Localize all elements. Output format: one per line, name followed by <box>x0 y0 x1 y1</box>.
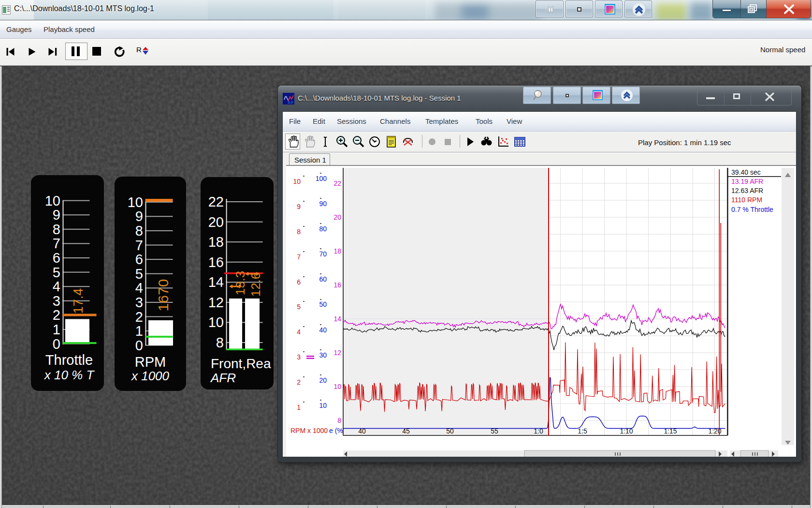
svg-text:14: 14 <box>334 315 341 323</box>
svg-text:9: 9 <box>297 203 301 210</box>
svg-text:3: 3 <box>135 295 143 310</box>
svg-text:90: 90 <box>319 200 327 208</box>
svg-text:x 10 % T: x 10 % T <box>44 368 95 382</box>
svg-text:1670: 1670 <box>155 279 171 312</box>
svg-text:10: 10 <box>128 194 143 210</box>
svg-text:60: 60 <box>319 275 327 283</box>
svg-text:1110 RPM: 1110 RPM <box>731 196 762 204</box>
svg-text:100: 100 <box>316 175 327 182</box>
svg-text:9: 9 <box>53 207 60 223</box>
svg-text:3: 3 <box>297 353 301 361</box>
svg-text:10: 10 <box>208 314 224 330</box>
svg-text:12.63 AFR: 12.63 AFR <box>731 187 763 194</box>
svg-text:AFR: AFR <box>210 371 236 385</box>
svg-text:2: 2 <box>297 378 301 386</box>
svg-text:80: 80 <box>319 225 327 233</box>
svg-text:e (%: e (% <box>329 427 343 434</box>
svg-text:2: 2 <box>53 307 60 323</box>
svg-text:0: 0 <box>135 338 143 353</box>
svg-text:7: 7 <box>297 253 301 261</box>
svg-text:10: 10 <box>293 178 301 185</box>
svg-text:4: 4 <box>297 328 301 336</box>
svg-text:1: 1 <box>53 322 60 337</box>
svg-text:10: 10 <box>45 193 60 209</box>
svg-text:10: 10 <box>334 383 341 390</box>
svg-text:4: 4 <box>135 280 143 296</box>
svg-text:6: 6 <box>135 252 143 267</box>
svg-text:12.6: 12.6 <box>248 272 263 297</box>
svg-text:7: 7 <box>135 238 143 253</box>
svg-text:1: 1 <box>297 403 301 411</box>
svg-text:6: 6 <box>297 278 301 286</box>
svg-text:Throttle: Throttle <box>45 352 93 368</box>
svg-text:8: 8 <box>297 228 301 236</box>
svg-text:8: 8 <box>337 417 341 424</box>
svg-text:13.19 AFR: 13.19 AFR <box>731 178 763 185</box>
svg-text:13.3: 13.3 <box>233 271 247 296</box>
svg-text:8: 8 <box>216 335 224 350</box>
svg-text:50: 50 <box>319 300 327 308</box>
svg-text:70: 70 <box>319 250 327 258</box>
svg-text:6: 6 <box>53 250 60 266</box>
svg-text:5: 5 <box>135 266 143 282</box>
svg-text:9: 9 <box>135 209 143 224</box>
svg-text:4: 4 <box>53 279 60 294</box>
svg-text:x 1000: x 1000 <box>130 369 170 383</box>
svg-text:20: 20 <box>334 213 341 221</box>
svg-text:16: 16 <box>334 281 341 289</box>
svg-text:20: 20 <box>208 214 224 230</box>
svg-text:1: 1 <box>135 323 143 339</box>
svg-text:0: 0 <box>53 336 60 352</box>
svg-text:0.7 % Throttle: 0.7 % Throttle <box>731 206 773 213</box>
svg-text:RPM: RPM <box>135 354 166 370</box>
svg-text:18: 18 <box>208 234 224 250</box>
svg-text:30: 30 <box>319 351 327 359</box>
svg-text:22: 22 <box>334 179 341 187</box>
svg-text:14: 14 <box>208 274 224 290</box>
svg-text:20: 20 <box>319 376 327 384</box>
svg-text:16: 16 <box>208 254 224 270</box>
svg-text:Front,Rea: Front,Rea <box>211 356 271 371</box>
svg-text:8: 8 <box>135 223 143 239</box>
svg-text:1:5: 1:5 <box>578 427 587 435</box>
svg-text:10: 10 <box>319 402 327 409</box>
svg-text:22: 22 <box>208 194 224 209</box>
svg-text:5: 5 <box>53 265 60 280</box>
svg-text:2: 2 <box>135 309 143 325</box>
svg-text:18: 18 <box>334 247 341 255</box>
svg-text:39.40 sec: 39.40 sec <box>731 168 761 176</box>
svg-text:3.0: 3.0 <box>288 100 293 105</box>
svg-text:RPM x 1000: RPM x 1000 <box>290 427 328 434</box>
svg-text:5: 5 <box>297 303 301 311</box>
svg-text:12: 12 <box>208 295 224 310</box>
svg-text:40: 40 <box>319 326 327 334</box>
svg-text:3: 3 <box>53 293 60 309</box>
svg-text:7: 7 <box>53 236 60 251</box>
svg-text:8: 8 <box>53 222 60 237</box>
svg-text:12: 12 <box>334 349 341 357</box>
svg-text:17.4: 17.4 <box>71 288 86 314</box>
